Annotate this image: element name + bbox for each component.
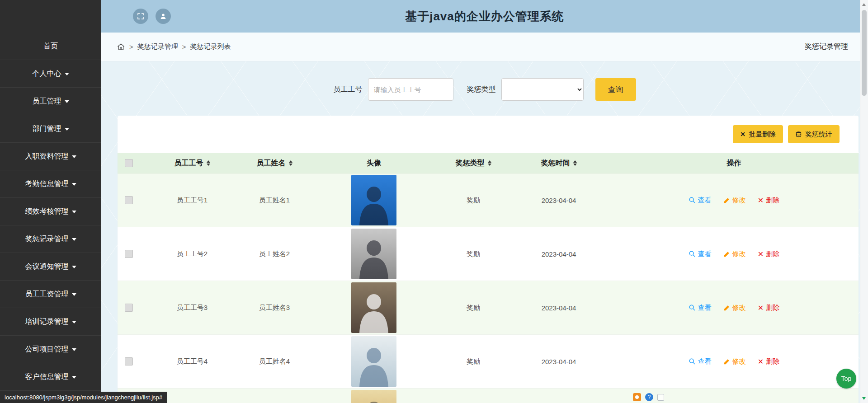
- sort-icon[interactable]: [573, 160, 577, 166]
- col-header-emp-name[interactable]: 员工姓名: [257, 159, 286, 168]
- employee-id-input[interactable]: [368, 78, 453, 101]
- row-checkbox[interactable]: [125, 250, 133, 258]
- sidebar-item-label: 部门管理: [33, 124, 61, 134]
- avatar-photo: [351, 336, 396, 387]
- type-cell: 奖励: [467, 304, 480, 312]
- col-header-time[interactable]: 奖惩时间: [541, 159, 570, 168]
- search-bar: 员工工号 奖惩类型 查询: [101, 78, 868, 101]
- edit-link[interactable]: 修改: [723, 357, 746, 366]
- view-link[interactable]: 查看: [689, 304, 712, 312]
- col-header-actions: 操作: [727, 159, 741, 168]
- sidebar-item-personal-center[interactable]: 个人中心: [0, 60, 101, 88]
- tray-icon[interactable]: [657, 394, 664, 401]
- sidebar-item-onboarding-mgmt[interactable]: 入职资料管理: [0, 143, 101, 170]
- caret-down-icon: [65, 100, 69, 103]
- row-checkbox[interactable]: [125, 196, 133, 204]
- fullscreen-icon: [137, 13, 144, 20]
- sidebar-item-label: 会议通知管理: [25, 262, 69, 272]
- time-cell: 2023-04-04: [542, 358, 576, 366]
- sidebar-item-performance-mgmt[interactable]: 绩效考核管理: [0, 198, 101, 225]
- view-link[interactable]: 查看: [689, 196, 712, 205]
- magnifier-icon: [689, 358, 696, 365]
- row-checkbox[interactable]: [125, 304, 133, 312]
- type-cell: 奖励: [467, 196, 480, 205]
- caret-down-icon: [72, 321, 76, 323]
- reward-type-label: 奖惩类型: [467, 85, 496, 94]
- reward-type-select[interactable]: [501, 78, 584, 101]
- col-header-emp-id[interactable]: 员工工号: [175, 159, 203, 168]
- caret-down-icon: [65, 73, 69, 75]
- col-header-type[interactable]: 奖惩类型: [456, 159, 485, 168]
- sidebar-item-project-mgmt[interactable]: 公司项目管理: [0, 336, 101, 363]
- page-root: 首页 个人中心 员工管理 部门管理 入职资料管理 考勤信息管理 绩效考核管理 奖…: [0, 0, 868, 403]
- x-icon: ✕: [740, 131, 745, 138]
- sidebar: 首页 个人中心 员工管理 部门管理 入职资料管理 考勤信息管理 绩效考核管理 奖…: [0, 0, 101, 403]
- sidebar-item-customer-mgmt[interactable]: 客户信息管理: [0, 363, 101, 391]
- breadcrumb-item-module[interactable]: 奖惩记录管理: [137, 42, 178, 51]
- scrollbar-thumb[interactable]: [862, 10, 867, 96]
- sidebar-item-employee-mgmt[interactable]: 员工管理: [0, 88, 101, 115]
- time-cell: 2023-04-04: [542, 304, 576, 312]
- sidebar-item-label: 考勤信息管理: [25, 179, 69, 189]
- delete-link[interactable]: ✕ 删除: [758, 357, 779, 366]
- delete-link[interactable]: ✕ 删除: [758, 250, 779, 258]
- sidebar-item-label: 公司项目管理: [25, 345, 69, 354]
- table-row: [118, 389, 859, 403]
- main-column: 基于java的企业办公管理系统 > 奖惩记录管理 > 奖惩记录列表 奖惩记录管理…: [101, 0, 868, 403]
- delete-link[interactable]: ✕ 删除: [758, 196, 779, 205]
- sidebar-item-label: 绩效考核管理: [25, 207, 69, 216]
- help-icon[interactable]: ?: [645, 393, 653, 401]
- tray-icon[interactable]: [633, 393, 641, 401]
- page-title: 奖惩记录管理: [805, 42, 848, 52]
- emp-name-cell: 员工姓名4: [259, 357, 290, 366]
- employee-id-label: 员工工号: [334, 85, 363, 94]
- fullscreen-button[interactable]: [133, 9, 148, 24]
- scrollbar-up-arrow[interactable]: [862, 3, 866, 6]
- sort-icon[interactable]: [289, 160, 292, 166]
- type-cell: 奖励: [467, 357, 480, 366]
- edit-link[interactable]: 修改: [723, 250, 746, 258]
- edit-link[interactable]: 修改: [723, 304, 746, 312]
- breadcrumb-item-list[interactable]: 奖惩记录列表: [190, 42, 231, 51]
- sidebar-item-department-mgmt[interactable]: 部门管理: [0, 115, 101, 143]
- home-icon[interactable]: [117, 42, 125, 51]
- delete-link[interactable]: ✕ 删除: [758, 304, 779, 312]
- pen-icon: [723, 197, 730, 204]
- caret-down-icon: [65, 128, 69, 131]
- caret-down-icon: [72, 376, 76, 379]
- caret-down-icon: [72, 211, 76, 213]
- type-cell: 奖励: [467, 250, 480, 258]
- content-area: 员工工号 奖惩类型 查询 ✕ 批量删除: [101, 61, 868, 403]
- magnifier-icon: [689, 197, 696, 204]
- caret-down-icon: [72, 238, 76, 241]
- edit-link[interactable]: 修改: [723, 196, 746, 205]
- sort-icon[interactable]: [488, 160, 491, 166]
- magnifier-icon: [689, 304, 696, 311]
- caret-down-icon: [72, 293, 76, 296]
- sidebar-item-label: 个人中心: [33, 69, 61, 79]
- scrollbar-down-arrow[interactable]: [862, 397, 866, 400]
- query-button[interactable]: 查询: [595, 78, 636, 101]
- top-header: 基于java的企业办公管理系统: [101, 0, 868, 33]
- view-link[interactable]: 查看: [689, 357, 712, 366]
- row-checkbox[interactable]: [125, 357, 133, 366]
- sidebar-item-meeting-notice-mgmt[interactable]: 会议通知管理: [0, 253, 101, 281]
- sidebar-item-attendance-mgmt[interactable]: 考勤信息管理: [0, 170, 101, 198]
- sidebar-item-reward-punishment-mgmt[interactable]: 奖惩记录管理: [0, 225, 101, 253]
- emp-id-cell: 员工工号4: [177, 357, 208, 366]
- sort-icon[interactable]: [207, 160, 210, 166]
- sidebar-item-training-mgmt[interactable]: 培训记录管理: [0, 308, 101, 336]
- caret-down-icon: [72, 183, 76, 186]
- stats-button[interactable]: 奖惩统计: [788, 125, 840, 143]
- back-to-top-button[interactable]: Top: [836, 369, 856, 389]
- emp-id-cell: 员工工号1: [177, 196, 208, 205]
- vertical-scrollbar[interactable]: [860, 0, 868, 403]
- sidebar-item-home[interactable]: 首页: [0, 33, 101, 60]
- select-all-checkbox[interactable]: [125, 159, 133, 167]
- sidebar-item-label: 首页: [43, 42, 58, 51]
- batch-delete-button[interactable]: ✕ 批量删除: [733, 125, 783, 143]
- sidebar-item-salary-mgmt[interactable]: 员工工资管理: [0, 281, 101, 308]
- x-icon: ✕: [758, 357, 764, 366]
- user-button[interactable]: [156, 9, 171, 24]
- view-link[interactable]: 查看: [689, 250, 712, 258]
